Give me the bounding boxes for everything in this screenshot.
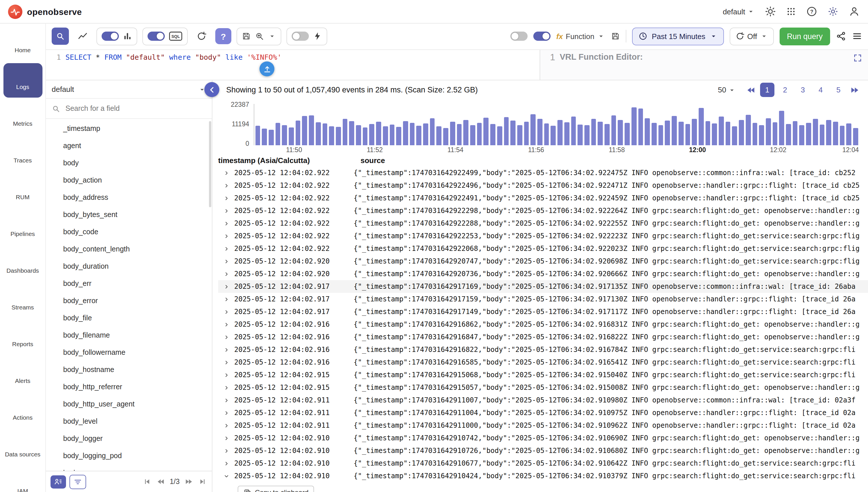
field-item-body_content_length[interactable]: body_content_length [46,241,212,258]
sidebar-item-pipelines[interactable]: Pipelines [3,210,42,245]
table-row[interactable]: 2025-05-12 12:04:02.922{"_timestamp":174… [218,217,868,230]
table-row[interactable]: 2025-05-12 12:04:02.910{"_timestamp":174… [218,444,868,457]
help-icon[interactable]: ? [806,6,817,17]
table-row[interactable]: 2025-05-12 12:04:02.916{"_timestamp":174… [218,343,868,356]
expand-row-icon[interactable] [218,359,234,365]
chevron-down-icon[interactable] [52,228,59,236]
field-item-body_level[interactable]: body_level [46,413,212,430]
expand-row-icon[interactable] [218,220,234,226]
sidebar-item-traces[interactable]: Traces [3,137,42,171]
apps-grid-icon[interactable] [786,6,796,17]
function-selector[interactable]: fx Function [556,32,605,41]
table-row[interactable]: 2025-05-12 12:04:02.922{"_timestamp":174… [218,242,868,255]
per-page-selector[interactable]: 50 [718,85,736,94]
table-row[interactable]: 2025-05-12 12:04:02.917{"_timestamp":174… [218,280,868,293]
chevron-down-icon[interactable] [52,142,59,149]
expand-row-icon[interactable] [218,271,234,277]
table-row[interactable]: 2025-05-12 12:04:02.910{"_timestamp":174… [218,457,868,470]
expand-row-icon[interactable] [218,233,234,239]
expand-row-icon[interactable] [218,309,234,315]
table-row[interactable]: 2025-05-12 12:04:02.916{"_timestamp":174… [218,331,868,343]
chevron-down-icon[interactable] [52,470,59,471]
query-help-button[interactable]: ? [215,28,231,44]
field-item-_timestamp[interactable]: _timestamp [46,120,212,137]
sidebar-item-alerts[interactable]: Alerts [3,357,42,392]
expand-row-icon[interactable] [218,182,234,189]
sql-editor[interactable]: 1 SELECT * FROM "default" where "body" l… [46,50,540,80]
save-search-icon[interactable] [242,31,251,41]
field-item-body_http_user_agent[interactable]: body_http_user_agent [46,396,212,413]
collapse-row-icon[interactable] [218,473,234,479]
field-item-body_error[interactable]: body_error [46,292,212,310]
first-page-icon[interactable] [142,477,151,486]
auto-refresh-selector[interactable]: Off [729,27,774,45]
hamburger-menu-icon[interactable] [852,31,862,41]
show-histogram-toggle[interactable] [102,31,119,41]
interesting-fields-button[interactable] [70,474,86,489]
table-row[interactable]: 2025-05-12 12:04:02.916{"_timestamp":174… [218,356,868,369]
chevron-down-icon[interactable] [52,280,59,287]
sidebar-item-metrics[interactable]: Metrics [3,100,42,134]
expand-row-icon[interactable] [218,296,234,302]
table-row[interactable]: 2025-05-12 12:04:02.922{"_timestamp":174… [218,192,868,204]
chevron-down-icon[interactable] [52,435,59,442]
field-item-body_message[interactable]: body_message [46,464,212,471]
expand-row-icon[interactable] [218,422,234,428]
theme-toggle-icon[interactable] [765,6,776,17]
expand-row-icon[interactable] [218,170,234,176]
chevron-down-icon[interactable] [52,418,59,425]
saved-views-icon[interactable] [255,31,264,41]
field-search-input[interactable] [64,104,206,113]
table-row[interactable]: 2025-05-12 12:04:02.915{"_timestamp":174… [218,381,868,394]
chevron-down-icon[interactable] [52,452,59,459]
field-item-body_logger[interactable]: body_logger [46,430,212,447]
wrap-results-toggle[interactable] [510,31,527,41]
table-row[interactable]: 2025-05-12 12:04:02.910{"_timestamp":174… [218,470,868,482]
sql-mode-toggle[interactable] [148,31,165,41]
sidebar-item-reports[interactable]: Reports [3,320,42,355]
page-button-1[interactable]: 1 [760,83,774,97]
chevron-down-icon[interactable] [52,366,59,373]
expand-row-icon[interactable] [218,258,234,264]
field-item-body_duration[interactable]: body_duration [46,258,212,275]
chevron-down-icon[interactable] [52,315,59,321]
last-page-icon[interactable] [198,477,207,486]
chevron-down-icon[interactable] [52,159,59,167]
field-item-agent[interactable]: agent [46,137,212,154]
visualize-mode-button[interactable] [74,28,91,45]
next-page-icon[interactable] [184,477,194,486]
next-pages-icon[interactable] [850,85,860,95]
expand-row-icon[interactable] [218,245,234,252]
field-item-body[interactable]: body [46,154,212,172]
field-item-body_address[interactable]: body_address [46,189,212,206]
table-row[interactable]: 2025-05-12 12:04:02.910{"_timestamp":174… [218,432,868,444]
expand-row-icon[interactable] [218,397,234,403]
expand-row-icon[interactable] [218,321,234,327]
expand-row-icon[interactable] [218,384,234,391]
reset-filters-button[interactable] [193,28,210,45]
sidebar-item-home[interactable]: Home [3,26,42,61]
sidebar-item-rum[interactable]: RUM [3,173,42,208]
expand-row-icon[interactable] [218,195,234,201]
chevron-down-icon[interactable] [52,177,59,184]
time-range-selector[interactable]: Past 15 Minutes [633,27,724,45]
quick-mode-toggle[interactable] [292,31,309,41]
expand-row-icon[interactable] [218,207,234,214]
stream-selector[interactable]: default [46,80,212,99]
field-item-body_file[interactable]: body_file [46,310,212,327]
page-button-5[interactable]: 5 [831,83,846,97]
prev-pages-icon[interactable] [746,85,756,95]
expand-row-icon[interactable] [218,447,234,454]
chevron-down-icon[interactable] [52,332,59,339]
transform-function-button[interactable] [259,62,274,76]
expand-row-icon[interactable] [218,372,234,378]
field-item-body_code[interactable]: body_code [46,223,212,241]
save-function-icon[interactable] [611,31,620,41]
expand-row-icon[interactable] [218,435,234,441]
user-defined-schema-button[interactable] [51,475,66,488]
chevron-down-icon[interactable] [268,32,276,40]
run-query-button[interactable]: Run query [779,27,830,45]
table-row[interactable]: 2025-05-12 12:04:02.922{"_timestamp":174… [218,167,868,179]
table-row[interactable]: 2025-05-12 12:04:02.911{"_timestamp":174… [218,407,868,419]
table-row[interactable]: 2025-05-12 12:04:02.917{"_timestamp":174… [218,293,868,305]
